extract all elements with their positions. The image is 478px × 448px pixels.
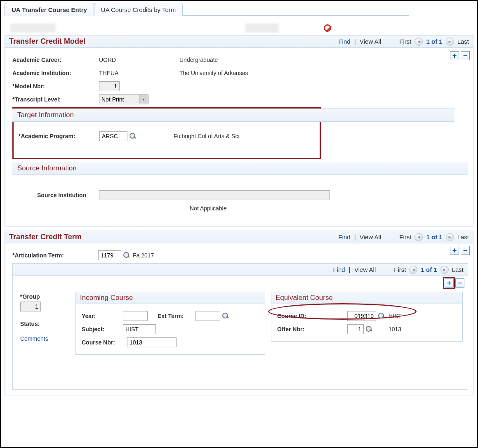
grid-find-link[interactable]: Find bbox=[333, 266, 345, 273]
nav-last[interactable]: Last bbox=[457, 38, 469, 45]
group-label: *Group bbox=[20, 293, 70, 300]
offer-nbr-label: Offer Nbr: bbox=[277, 326, 347, 332]
equiv-subject: HIST bbox=[389, 313, 402, 319]
prohibit-icon bbox=[324, 24, 331, 32]
grid-counter[interactable]: 1 of 1 bbox=[421, 266, 437, 273]
incoming-course-box: Incoming Course Year: Ext Term: bbox=[75, 292, 265, 355]
status-label: Status: bbox=[20, 321, 70, 327]
model-nav: Find | View All First ◄ 1 of 1 ► Last bbox=[338, 38, 469, 46]
transcript-level-label: *Transcript Level: bbox=[12, 96, 99, 103]
model-add-row-button[interactable]: + bbox=[450, 51, 459, 60]
model-find-link[interactable]: Find bbox=[338, 38, 350, 45]
articulation-term-label: *Articulation Term: bbox=[12, 252, 98, 259]
next-arrow-icon[interactable]: ► bbox=[440, 266, 449, 274]
source-institution-label: Source Institution bbox=[37, 192, 99, 198]
term-find-link[interactable]: Find bbox=[338, 233, 350, 241]
academic-career-label: Academic Career: bbox=[12, 57, 99, 63]
equivalent-course-box: Equivalent Course Course ID: HIST bbox=[271, 292, 463, 342]
equiv-course-num: 1013 bbox=[389, 326, 401, 332]
comments-link[interactable]: Comments bbox=[20, 335, 70, 342]
source-not-applicable: Not Applicable bbox=[190, 205, 227, 212]
term-nav: Find | View All First ◄ 1 of 1 ► Last bbox=[338, 233, 469, 241]
pipe: | bbox=[348, 266, 351, 274]
grid-view-all[interactable]: View All bbox=[354, 266, 376, 273]
model-nbr-label: *Model Nbr: bbox=[12, 83, 99, 90]
redacted-name bbox=[10, 24, 56, 33]
model-counter[interactable]: 1 of 1 bbox=[426, 38, 442, 45]
transfer-credit-term-title: Transfer Credit Term bbox=[9, 233, 82, 241]
course-nbr-label: Course Nbr: bbox=[82, 339, 127, 346]
year-label: Year: bbox=[82, 313, 123, 319]
articulation-term-lookup-icon[interactable] bbox=[123, 252, 130, 259]
course-id-label: Course ID: bbox=[277, 313, 347, 319]
ext-term-input[interactable] bbox=[195, 311, 220, 321]
tab-transfer-course-entry[interactable]: UA Transfer Course Entry bbox=[5, 3, 94, 16]
nav-last[interactable]: Last bbox=[452, 266, 464, 273]
equivalent-course-title: Equivalent Course bbox=[271, 292, 462, 304]
term-del-row-button[interactable]: − bbox=[461, 246, 470, 255]
pipe: | bbox=[354, 233, 356, 241]
pipe: | bbox=[354, 38, 356, 46]
academic-program-lookup-icon[interactable] bbox=[129, 132, 137, 140]
academic-institution-label: Academic Institution: bbox=[12, 70, 99, 76]
offer-nbr-input[interactable] bbox=[347, 324, 364, 334]
course-id-lookup-icon[interactable] bbox=[378, 312, 385, 320]
nav-first[interactable]: First bbox=[394, 266, 406, 273]
term-counter[interactable]: 1 of 1 bbox=[426, 233, 442, 241]
nav-first[interactable]: First bbox=[399, 233, 411, 241]
academic-career-code: UGRD bbox=[99, 57, 179, 63]
source-information-title: Source Information bbox=[17, 164, 77, 172]
course-id-input[interactable] bbox=[347, 311, 376, 321]
ext-term-lookup-icon[interactable] bbox=[222, 312, 229, 320]
target-information-title: Target Information bbox=[17, 111, 74, 119]
articulation-term-input[interactable] bbox=[98, 250, 121, 260]
term-view-all[interactable]: View All bbox=[360, 233, 381, 241]
nav-first[interactable]: First bbox=[399, 38, 411, 45]
tab-course-credits-by-term[interactable]: UA Course Credits by Term bbox=[94, 3, 183, 16]
academic-institution-desc: The University of Arkansas bbox=[179, 70, 248, 76]
subject-label: Subject: bbox=[82, 326, 123, 332]
transfer-credit-term-panel: Transfer Credit Term Find | View All Fir… bbox=[5, 231, 473, 396]
target-information-box: Target Information *Academic Program: Fu… bbox=[12, 107, 321, 159]
model-del-row-button[interactable]: − bbox=[461, 51, 470, 60]
transfer-credit-model-panel: Transfer Credit Model Find | View All Fi… bbox=[5, 35, 473, 226]
prev-arrow-icon[interactable]: ◄ bbox=[414, 38, 423, 46]
transcript-level-select[interactable] bbox=[99, 94, 148, 104]
subject-input[interactable] bbox=[123, 324, 156, 334]
source-institution-input bbox=[99, 190, 330, 200]
prev-arrow-icon[interactable]: ◄ bbox=[409, 266, 417, 274]
grid-add-row-button[interactable]: + bbox=[445, 278, 454, 288]
academic-program-desc: Fulbright Col of Arts & Sci bbox=[174, 133, 240, 139]
tab-strip: UA Transfer Course Entry UA Course Credi… bbox=[5, 2, 473, 16]
grid-nav: Find | View All First ◄ 1 of 1 ► Last bbox=[333, 266, 464, 274]
model-view-all[interactable]: View All bbox=[360, 38, 381, 45]
model-nbr-input bbox=[99, 81, 120, 91]
next-arrow-icon[interactable]: ► bbox=[446, 233, 454, 241]
redacted-id bbox=[245, 24, 278, 33]
group-input bbox=[20, 302, 41, 311]
ext-term-label: Ext Term: bbox=[158, 313, 195, 319]
articulation-term-desc: Fa 2017 bbox=[133, 252, 154, 259]
academic-program-label: *Academic Program: bbox=[19, 133, 99, 139]
student-header bbox=[10, 24, 473, 33]
academic-career-desc: Undergraduate bbox=[179, 57, 218, 63]
prev-arrow-icon[interactable]: ◄ bbox=[414, 233, 423, 241]
nav-last[interactable]: Last bbox=[457, 233, 469, 241]
incoming-course-title: Incoming Course bbox=[76, 292, 265, 304]
academic-program-input[interactable] bbox=[99, 131, 127, 141]
year-input[interactable] bbox=[123, 311, 148, 321]
offer-nbr-lookup-icon[interactable] bbox=[365, 325, 373, 333]
course-grid-panel: Find | View All First ◄ 1 of 1 ► Last + bbox=[12, 263, 468, 390]
term-add-row-button[interactable]: + bbox=[450, 246, 459, 255]
transfer-credit-model-title: Transfer Credit Model bbox=[9, 37, 85, 46]
grid-del-row-button[interactable]: − bbox=[455, 278, 464, 288]
course-nbr-input[interactable] bbox=[127, 337, 177, 347]
next-arrow-icon[interactable]: ► bbox=[446, 38, 454, 46]
academic-institution-code: THEUA bbox=[99, 70, 179, 76]
